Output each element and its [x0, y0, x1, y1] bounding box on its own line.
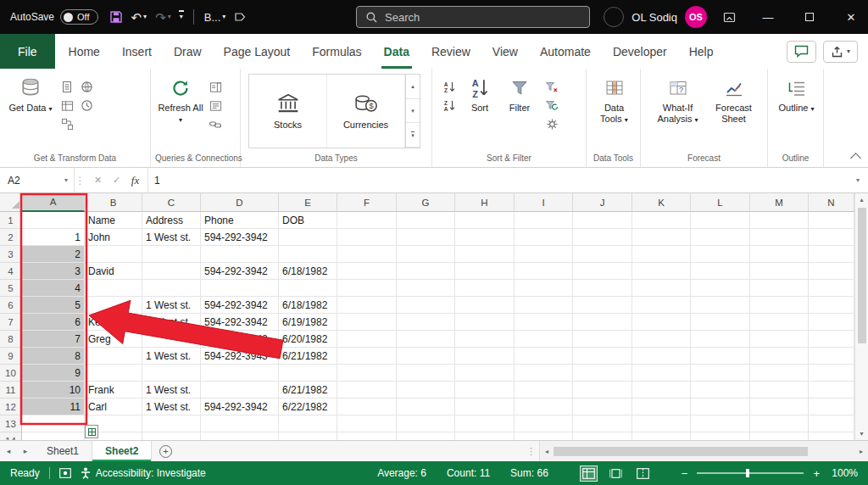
cell-A11[interactable]: 10 [22, 382, 85, 399]
cell-D3[interactable] [201, 246, 279, 263]
column-header-n[interactable]: N [809, 193, 854, 212]
tab-home[interactable]: Home [58, 34, 111, 69]
sheet-tab-sheet2[interactable]: Sheet2 [92, 441, 152, 461]
ribbon-display-options-button[interactable] [715, 0, 743, 34]
cell-I11[interactable] [515, 382, 573, 399]
sheet-nav-right-button[interactable]: ▸ [17, 441, 34, 461]
accessibility-checker-button[interactable]: Accessibility: Investigate [81, 467, 206, 479]
tab-page-layout[interactable]: Page Layout [213, 34, 302, 69]
sort-button[interactable]: AZ Sort [461, 73, 498, 114]
zoom-slider-thumb[interactable] [746, 469, 749, 477]
cell-L10[interactable] [691, 365, 750, 382]
status-average[interactable]: Average: 6 [377, 467, 426, 479]
cell-E12[interactable]: 6/22/1982 [279, 399, 337, 415]
cell-N5[interactable] [809, 280, 854, 297]
cell-B2[interactable]: John [85, 229, 142, 246]
cell-J1[interactable] [573, 212, 632, 229]
cell-E9[interactable]: 6/21/1982 [279, 348, 337, 365]
tab-file[interactable]: File [0, 34, 55, 69]
cell-I10[interactable] [515, 365, 573, 382]
cell-M13[interactable] [750, 415, 809, 432]
column-header-b[interactable]: B [85, 193, 142, 212]
cell-F2[interactable] [337, 229, 397, 246]
cell-N11[interactable] [809, 382, 854, 399]
cell-J13[interactable] [573, 415, 632, 432]
cell-L8[interactable] [691, 331, 750, 348]
cell-I3[interactable] [515, 246, 573, 263]
gallery-down-button[interactable]: ▾ [406, 99, 420, 124]
sheet-nav-left-button[interactable]: ◂ [0, 441, 17, 461]
cell-C9[interactable]: 1 West st. [142, 348, 201, 365]
scroll-left-button[interactable]: ◂ [540, 448, 554, 455]
status-sum[interactable]: Sum: 66 [510, 467, 548, 479]
cell-N2[interactable] [809, 229, 854, 246]
cell-B7[interactable]: Ken [85, 314, 142, 331]
cell-J7[interactable] [573, 314, 632, 331]
normal-view-button[interactable] [581, 466, 597, 481]
cell-F3[interactable] [337, 246, 397, 263]
cell-C11[interactable]: 1 West st. [142, 382, 201, 399]
cell-D11[interactable] [201, 382, 279, 399]
cell-L3[interactable] [691, 246, 750, 263]
cell-G6[interactable] [397, 297, 455, 314]
cell-D9[interactable]: 594-292-3943 [201, 348, 279, 365]
from-web-button[interactable] [77, 78, 96, 96]
column-header-k[interactable]: K [632, 193, 691, 212]
macro-record-button[interactable] [59, 468, 71, 478]
cell-F9[interactable] [337, 348, 397, 365]
cell-I4[interactable] [515, 263, 573, 280]
workbook-name-menu[interactable]: B... ▾ [200, 4, 231, 30]
column-header-j[interactable]: J [573, 193, 632, 212]
user-name[interactable]: OL Sodiq [632, 11, 677, 24]
cell-H3[interactable] [455, 246, 515, 263]
cell-H14[interactable] [455, 432, 515, 440]
cell-K4[interactable] [632, 263, 691, 280]
cell-G11[interactable] [397, 382, 455, 399]
enter-button[interactable]: ✓ [108, 175, 125, 186]
cell-C5[interactable] [142, 280, 201, 297]
cell-A5[interactable]: 4 [22, 280, 85, 297]
row-header-11[interactable]: 11 [0, 382, 22, 399]
cell-E1[interactable]: DOB [279, 212, 337, 229]
cell-L12[interactable] [691, 399, 750, 415]
cell-G2[interactable] [397, 229, 455, 246]
cell-J14[interactable] [573, 432, 632, 440]
search-input[interactable]: Search [356, 6, 590, 28]
cell-L4[interactable] [691, 263, 750, 280]
page-break-preview-button[interactable] [635, 466, 651, 481]
cell-K3[interactable] [632, 246, 691, 263]
cell-N9[interactable] [809, 348, 854, 365]
tab-automate[interactable]: Automate [529, 34, 602, 69]
cell-A10[interactable]: 9 [22, 365, 85, 382]
cell-J6[interactable] [573, 297, 632, 314]
cell-M4[interactable] [750, 263, 809, 280]
queries-connections-button[interactable] [206, 78, 225, 96]
cell-A2[interactable]: 1 [22, 229, 85, 246]
collapse-ribbon-icon[interactable] [850, 153, 861, 164]
cell-C13[interactable] [142, 415, 201, 432]
cell-E7[interactable]: 6/19/1982 [279, 314, 337, 331]
cell-G1[interactable] [397, 212, 455, 229]
scroll-right-button[interactable]: ▸ [854, 448, 868, 455]
tab-help[interactable]: Help [678, 34, 725, 69]
cell-D7[interactable]: 594-292-3942 [201, 314, 279, 331]
page-layout-view-button[interactable] [608, 466, 624, 481]
forecast-sheet-button[interactable]: Forecast Sheet [708, 73, 760, 125]
row-header-1[interactable]: 1 [0, 212, 22, 229]
cell-H2[interactable] [455, 229, 515, 246]
row-header-14[interactable]: 14 [0, 432, 22, 440]
cell-K9[interactable] [632, 348, 691, 365]
fill-options-button[interactable] [85, 425, 98, 438]
cell-G5[interactable] [397, 280, 455, 297]
cell-G8[interactable] [397, 331, 455, 348]
row-header-5[interactable]: 5 [0, 280, 22, 297]
cell-I5[interactable] [515, 280, 573, 297]
cell-E13[interactable] [279, 415, 337, 432]
cell-E10[interactable] [279, 365, 337, 382]
cell-E11[interactable]: 6/21/1982 [279, 382, 337, 399]
share-button[interactable]: ▾ [823, 41, 858, 63]
column-header-i[interactable]: I [515, 193, 573, 212]
cell-A6[interactable]: 5 [22, 297, 85, 314]
reapply-filter-button[interactable] [542, 97, 561, 114]
cell-M5[interactable] [750, 280, 809, 297]
